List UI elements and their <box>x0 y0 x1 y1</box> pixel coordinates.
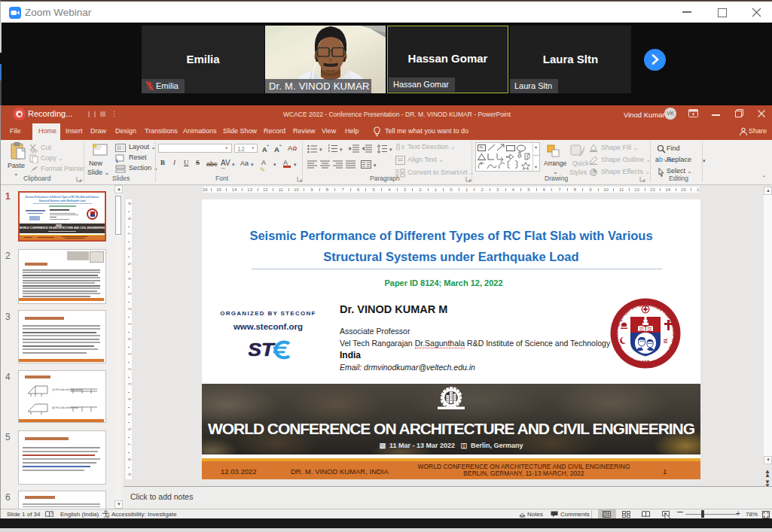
svg-text:(a) Flat slab with drop panel: (a) Flat slab with drop panel <box>52 388 82 391</box>
svg-text:★: ★ <box>629 360 633 364</box>
svg-text:★: ★ <box>658 360 661 364</box>
svg-text:ನ: ನ <box>664 337 667 345</box>
svg-text:1997: 1997 <box>639 360 650 365</box>
svg-text:(b) Flat slab without drop: (b) Flat slab without drop <box>52 406 78 409</box>
svg-text:ST: ST <box>249 340 276 360</box>
